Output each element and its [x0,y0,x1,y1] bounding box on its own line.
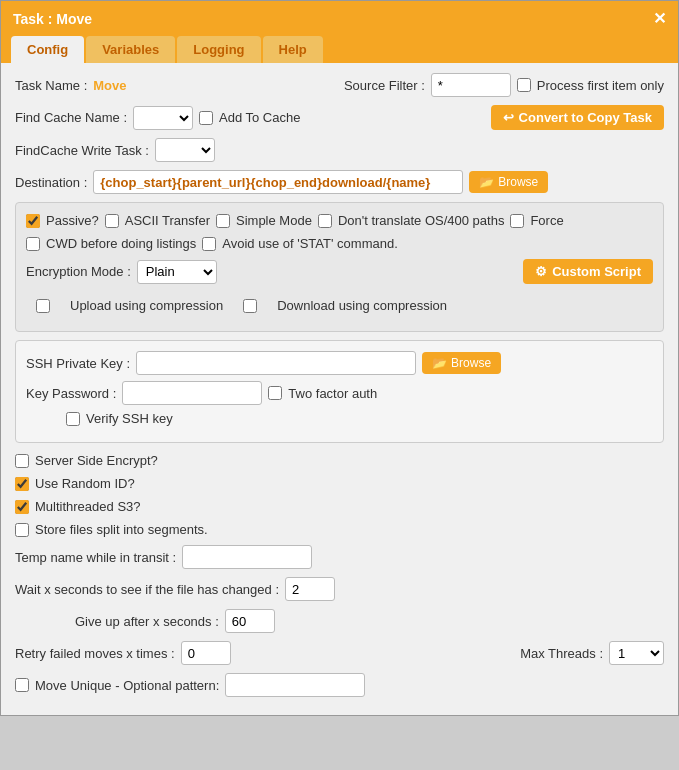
window-title: Task : Move [13,11,92,27]
ssh-key-label: SSH Private Key : [26,356,130,371]
ssh-browse-button[interactable]: 📂 Browse [422,352,501,374]
move-unique-label: Move Unique - Optional pattern: [35,678,219,693]
max-threads-label: Max Threads : [520,646,603,661]
two-factor-label: Two factor auth [288,386,377,401]
store-split-checkbox[interactable] [15,523,29,537]
server-encrypt-label: Server Side Encrypt? [35,453,158,468]
max-threads-select[interactable]: 1 2 4 8 [609,641,664,665]
no-translate-checkbox[interactable] [318,214,332,228]
wait-seconds-row: Wait x seconds to see if the file has ch… [15,577,664,601]
giveup-row: Give up after x seconds : [15,609,664,633]
no-translate-label: Don't translate OS/400 paths [338,213,505,228]
verify-ssh-label: Verify SSH key [86,411,173,426]
key-password-label: Key Password : [26,386,116,401]
use-random-row: Use Random ID? [15,476,664,491]
avoid-stat-checkbox[interactable] [202,237,216,251]
ftp-options-row2: CWD before doing listings Avoid use of '… [26,236,653,251]
passive-checkbox[interactable] [26,214,40,228]
convert-to-copy-button[interactable]: ↩ Convert to Copy Task [491,105,664,130]
multithreaded-checkbox[interactable] [15,500,29,514]
browse-icon: 📂 [479,175,494,189]
server-encrypt-checkbox[interactable] [15,454,29,468]
retry-input[interactable] [181,641,231,665]
tab-help[interactable]: Help [263,36,323,63]
destination-label: Destination : [15,175,87,190]
wait-seconds-input[interactable] [285,577,335,601]
browse-label: Browse [498,175,538,189]
compression-row: Upload using compression Download using … [26,290,653,321]
task-name-row: Task Name : Move Source Filter : Process… [15,73,664,97]
cwd-checkbox[interactable] [26,237,40,251]
custom-script-button[interactable]: ⚙ Custom Script [523,259,653,284]
giveup-input[interactable] [225,609,275,633]
download-compress-label: Download using compression [277,298,447,313]
temp-name-label: Temp name while in transit : [15,550,176,565]
simple-mode-checkbox[interactable] [216,214,230,228]
tab-logging[interactable]: Logging [177,36,260,63]
store-split-label: Store files split into segments. [35,522,208,537]
verify-ssh-row: Verify SSH key [26,411,653,426]
process-first-label: Process first item only [537,78,664,93]
verify-ssh-checkbox[interactable] [66,412,80,426]
title-bar: Task : Move ✕ [1,1,678,36]
force-label: Force [530,213,563,228]
retry-threads-row: Retry failed moves x times : Max Threads… [15,641,664,665]
ssh-section: SSH Private Key : 📂 Browse Key Password … [15,340,664,443]
force-checkbox[interactable] [510,214,524,228]
add-to-cache-checkbox[interactable] [199,111,213,125]
task-name-value: Move [93,78,126,93]
destination-row: Destination : {chop_start}{parent_url}{c… [15,170,664,194]
simple-mode-label: Simple Mode [236,213,312,228]
multithreaded-label: Multithreaded S3? [35,499,141,514]
use-random-label: Use Random ID? [35,476,135,491]
find-cache-row: Find Cache Name : Add To Cache ↩ Convert… [15,105,664,130]
ftp-options-section: Passive? ASCII Transfer Simple Mode Don'… [15,202,664,332]
main-window: Task : Move ✕ Config Variables Logging H… [0,0,679,716]
ascii-label: ASCII Transfer [125,213,210,228]
findcache-write-select[interactable] [155,138,215,162]
key-password-row: Key Password : Two factor auth [26,381,653,405]
encryption-label: Encryption Mode : [26,264,131,279]
server-encrypt-row: Server Side Encrypt? [15,453,664,468]
ssh-key-input[interactable] [136,351,416,375]
wait-seconds-label: Wait x seconds to see if the file has ch… [15,582,279,597]
ascii-checkbox[interactable] [105,214,119,228]
source-filter-input[interactable] [431,73,511,97]
ssh-browse-label: Browse [451,356,491,370]
tab-config[interactable]: Config [11,36,84,63]
temp-name-input[interactable] [182,545,312,569]
temp-name-row: Temp name while in transit : [15,545,664,569]
convert-btn-label: Convert to Copy Task [519,110,652,125]
key-password-input[interactable] [122,381,262,405]
move-unique-input[interactable] [225,673,365,697]
find-cache-label: Find Cache Name : [15,110,127,125]
close-button[interactable]: ✕ [653,9,666,28]
move-unique-checkbox[interactable] [15,678,29,692]
ssh-key-row: SSH Private Key : 📂 Browse [26,351,653,375]
download-compress-checkbox[interactable] [243,299,257,313]
cwd-label: CWD before doing listings [46,236,196,251]
retry-label: Retry failed moves x times : [15,646,175,661]
tab-variables[interactable]: Variables [86,36,175,63]
tab-bar: Config Variables Logging Help [1,36,678,63]
destination-input[interactable]: {chop_start}{parent_url}{chop_end}downlo… [93,170,463,194]
encryption-select[interactable]: Plain [137,260,217,284]
source-filter-label: Source Filter : [344,78,425,93]
findcache-write-row: FindCache Write Task : [15,138,664,162]
upload-compress-checkbox[interactable] [36,299,50,313]
task-name-label: Task Name : [15,78,87,93]
store-split-row: Store files split into segments. [15,522,664,537]
destination-browse-button[interactable]: 📂 Browse [469,171,548,193]
find-cache-select[interactable] [133,106,193,130]
two-factor-checkbox[interactable] [268,386,282,400]
script-icon: ⚙ [535,264,547,279]
convert-icon: ↩ [503,110,514,125]
move-unique-row: Move Unique - Optional pattern: [15,673,664,697]
use-random-checkbox[interactable] [15,477,29,491]
passive-label: Passive? [46,213,99,228]
config-content: Task Name : Move Source Filter : Process… [1,63,678,715]
process-first-checkbox[interactable] [517,78,531,92]
upload-compress-label: Upload using compression [70,298,223,313]
findcache-write-label: FindCache Write Task : [15,143,149,158]
ftp-options-row1: Passive? ASCII Transfer Simple Mode Don'… [26,213,653,228]
